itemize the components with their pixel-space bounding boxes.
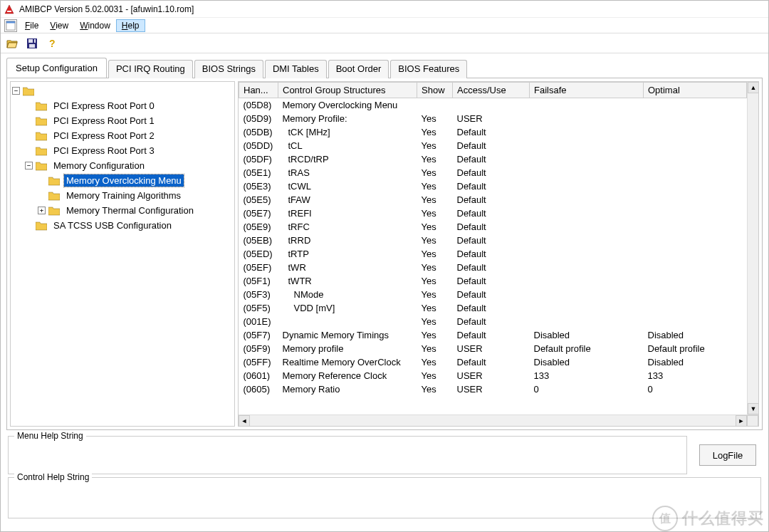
mdi-child-icon[interactable] <box>4 19 17 32</box>
help-button[interactable]: ? <box>45 36 59 51</box>
control-help-string-group: Control Help String <box>8 477 761 518</box>
folder-icon <box>36 161 47 171</box>
table-row[interactable]: (05F7) Dynamic Memory Timings Yes Defaul… <box>239 328 747 342</box>
tree-root[interactable]: − <box>12 83 234 98</box>
col-access[interactable]: Access/Use <box>453 83 530 98</box>
svg-rect-5 <box>28 39 36 43</box>
cell-cgs: tWR <box>278 261 417 274</box>
cell-optimal <box>644 179 747 193</box>
tab-pci-irq-routing[interactable]: PCI IRQ Routing <box>108 60 193 78</box>
cell-optimal <box>644 288 747 301</box>
col-optimal[interactable]: Optimal <box>644 83 747 98</box>
cell-failsafe: 133 <box>530 369 644 382</box>
table-row[interactable]: (05FF) Realtime Memory OverClock Yes Def… <box>239 355 747 369</box>
cell-cgs: Memory profile <box>278 342 417 355</box>
tree-item[interactable]: PCI Express Root Port 3 <box>25 143 234 158</box>
cell-handle: (05DF) <box>239 152 278 166</box>
col-failsafe[interactable]: Failsafe <box>530 83 644 98</box>
table-row[interactable]: (05E3) tCWL Yes Default <box>239 179 747 193</box>
table-row[interactable]: (0605) Memory Ratio Yes USER 0 0 <box>239 382 747 396</box>
cell-failsafe <box>530 207 644 220</box>
cell-handle: (05ED) <box>239 247 278 261</box>
table-row[interactable]: (05E5) tFAW Yes Default <box>239 193 747 207</box>
cell-show: Yes <box>417 139 453 152</box>
tree-view[interactable]: − PCI Express Root Port 0PCI Express Roo… <box>10 81 235 427</box>
table-row[interactable]: (05D8) Memory Overclocking Menu <box>239 98 747 112</box>
cell-failsafe <box>530 112 644 125</box>
tab-setup-configuration[interactable]: Setup Configuration <box>6 58 107 78</box>
horizontal-scrollbar[interactable]: ◄ ► <box>239 414 758 426</box>
tree-item[interactable]: PCI Express Root Port 2 <box>25 128 234 143</box>
watermark-text: 什么值得买 <box>682 508 764 529</box>
cell-handle: (05F1) <box>239 274 278 288</box>
table-row[interactable]: (05F5) VDD [mV] Yes Default <box>239 301 747 315</box>
cell-failsafe <box>530 220 644 234</box>
expander-icon[interactable]: − <box>25 162 33 169</box>
vertical-scrollbar[interactable]: ▲ ▼ <box>747 82 758 414</box>
scroll-down-icon[interactable]: ▼ <box>748 403 758 414</box>
menu-window[interactable]: Window <box>74 19 116 32</box>
table-row[interactable]: (0601) Memory Reference Clock Yes USER 1… <box>239 369 747 382</box>
table-row[interactable]: (05DD) tCL Yes Default <box>239 139 747 152</box>
menu-window-label: indow <box>88 21 110 31</box>
cell-cgs: tRFC <box>278 220 417 234</box>
tree-item[interactable]: +Memory Thermal Configuration <box>38 203 234 218</box>
cell-cgs: tCK [MHz] <box>278 125 417 139</box>
menu-file[interactable]: File <box>19 19 44 32</box>
svg-rect-7 <box>33 39 34 43</box>
open-file-button[interactable] <box>5 36 19 51</box>
tab-dmi-tables[interactable]: DMI Tables <box>265 60 327 78</box>
expander-icon[interactable]: − <box>12 87 20 95</box>
save-button[interactable] <box>25 36 39 51</box>
cell-show: Yes <box>417 207 453 220</box>
cell-access: Default <box>453 166 530 179</box>
table-row[interactable]: (001E) Yes Default <box>239 315 747 328</box>
col-handle[interactable]: Han... <box>239 83 278 98</box>
col-show[interactable]: Show <box>417 83 453 98</box>
tab-bios-strings[interactable]: BIOS Strings <box>194 60 263 78</box>
scroll-left-icon[interactable]: ◄ <box>239 415 250 427</box>
tree-item[interactable]: Memory Overclocking Menu <box>38 173 234 188</box>
cell-cgs: tCL <box>278 139 417 152</box>
tree-item[interactable]: PCI Express Root Port 1 <box>25 113 234 128</box>
tree-item[interactable]: PCI Express Root Port 0 <box>25 98 234 113</box>
tree-item[interactable]: SA TCSS USB Configuration <box>25 218 234 233</box>
table-row[interactable]: (05ED) tRTP Yes Default <box>239 247 747 261</box>
cell-optimal <box>644 247 747 261</box>
table-row[interactable]: (05E1) tRAS Yes Default <box>239 166 747 179</box>
table-header-row: Han... Control Group Structures Show Acc… <box>239 83 747 98</box>
expander-icon[interactable]: + <box>38 207 46 214</box>
cell-show <box>417 98 453 112</box>
scroll-right-icon[interactable]: ► <box>736 415 747 427</box>
menu-help[interactable]: Help <box>116 19 145 32</box>
table-row[interactable]: (05EB) tRRD Yes Default <box>239 234 747 247</box>
table-row[interactable]: (05E9) tRFC Yes Default <box>239 220 747 234</box>
cell-optimal: 133 <box>644 369 747 382</box>
tree-item[interactable]: −Memory Configuration <box>25 158 234 173</box>
scrollbar-corner <box>747 415 758 427</box>
table-row[interactable]: (05EF) tWR Yes Default <box>239 261 747 274</box>
cell-handle: (05E3) <box>239 179 278 193</box>
scroll-up-icon[interactable]: ▲ <box>748 82 758 93</box>
logfile-button[interactable]: LogFile <box>699 444 756 466</box>
cell-cgs: NMode <box>278 288 417 301</box>
tab-bios-features[interactable]: BIOS Features <box>390 60 467 78</box>
tab-boot-order[interactable]: Boot Order <box>328 60 389 78</box>
cell-show: Yes <box>417 369 453 382</box>
tree-item[interactable]: Memory Training Algorithms <box>38 188 234 203</box>
menu-view[interactable]: View <box>44 19 74 32</box>
table-row[interactable]: (05F3) NMode Yes Default <box>239 288 747 301</box>
table-row[interactable]: (05DB) tCK [MHz] Yes Default <box>239 125 747 139</box>
cell-handle: (05FF) <box>239 355 278 369</box>
cell-handle: (05F9) <box>239 342 278 355</box>
col-control-group[interactable]: Control Group Structures <box>278 83 417 98</box>
cell-handle: (05D9) <box>239 112 278 125</box>
cell-show: Yes <box>417 261 453 274</box>
cell-failsafe <box>530 179 644 193</box>
table-row[interactable]: (05F9) Memory profile Yes USER Default p… <box>239 342 747 355</box>
table-row[interactable]: (05E7) tREFI Yes Default <box>239 207 747 220</box>
table-row[interactable]: (05DF) tRCD/tRP Yes Default <box>239 152 747 166</box>
table-row[interactable]: (05D9) Memory Profile: Yes USER <box>239 112 747 125</box>
table-row[interactable]: (05F1) tWTR Yes Default <box>239 274 747 288</box>
cell-show: Yes <box>417 234 453 247</box>
